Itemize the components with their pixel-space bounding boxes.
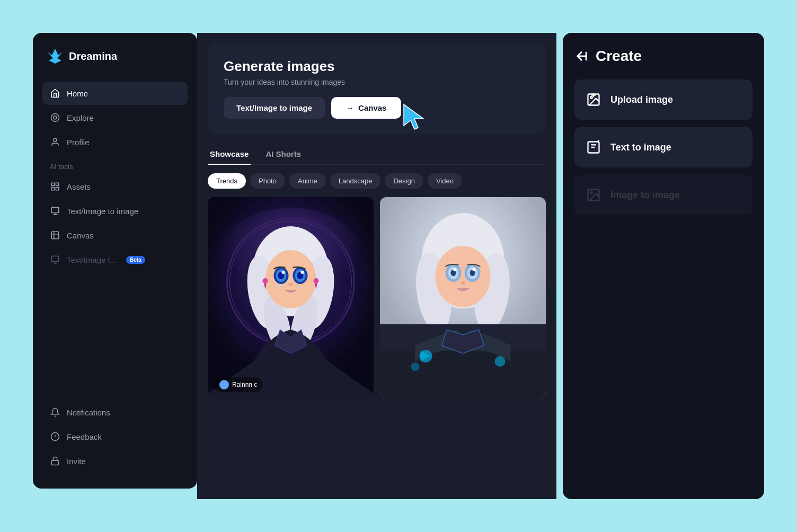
beta-badge: Beta xyxy=(126,256,145,264)
image-to-image-icon xyxy=(585,187,602,203)
sidebar-item-feedback-label: Feedback xyxy=(67,432,102,441)
image-grid: Rainnn c xyxy=(197,197,556,398)
notifications-icon xyxy=(50,407,60,418)
sidebar-item-canvas-label: Canvas xyxy=(67,231,94,240)
svg-point-43 xyxy=(278,285,281,288)
image-to-image-label: Image to image xyxy=(610,190,680,201)
svg-point-63 xyxy=(495,356,506,367)
svg-point-1 xyxy=(51,114,59,122)
ai-tools-label: AI tools xyxy=(42,155,188,175)
image-card-1[interactable]: Rainnn c xyxy=(208,197,374,398)
svg-point-2 xyxy=(54,116,57,119)
svg-point-31 xyxy=(265,250,316,308)
chip-photo[interactable]: Photo xyxy=(250,173,285,189)
sidebar-bottom: Notifications Feedback xyxy=(42,401,188,474)
svg-point-42 xyxy=(314,278,319,283)
svg-rect-4 xyxy=(51,183,54,185)
tab-ai-shorts[interactable]: AI Shorts xyxy=(263,144,303,165)
create-panel: Create Upload image xyxy=(563,33,764,499)
back-button[interactable] xyxy=(574,49,589,64)
svg-rect-11 xyxy=(51,232,59,239)
canvas-arrow-icon: → xyxy=(346,103,354,112)
image-to-image-option: Image to image xyxy=(574,175,752,215)
generate-title: Generate images xyxy=(224,58,530,75)
explore-icon xyxy=(50,112,60,123)
canvas-icon xyxy=(50,230,60,241)
svg-point-3 xyxy=(54,138,57,141)
image-card-2-inner xyxy=(380,197,546,398)
svg-point-58 xyxy=(461,281,465,285)
svg-point-67 xyxy=(590,96,592,99)
sidebar-item-text-image[interactable]: Text/Image to image xyxy=(42,199,188,223)
logo-icon xyxy=(47,48,64,65)
user-avatar-1 xyxy=(219,380,229,389)
sidebar-item-text-image-beta-label: Text/Image t... xyxy=(67,255,117,264)
app-name: Dreamina xyxy=(69,50,117,63)
filter-chips: Trends Photo Anime Landscape Design Vide… xyxy=(208,173,546,189)
upload-image-label: Upload image xyxy=(610,94,673,105)
sidebar-item-invite[interactable]: Invite xyxy=(42,449,188,473)
sidebar-item-explore-label: Explore xyxy=(67,113,94,122)
chip-video[interactable]: Video xyxy=(428,173,462,189)
upload-image-icon xyxy=(585,91,602,108)
sidebar-item-feedback[interactable]: Feedback xyxy=(42,425,188,448)
svg-point-39 xyxy=(301,271,304,274)
tab-showcase[interactable]: Showcase xyxy=(208,144,251,165)
user-tag-1: Rainnn c xyxy=(214,377,262,392)
tabs-area: Showcase AI Shorts Trends Photo Anime La… xyxy=(197,144,556,189)
svg-rect-20 xyxy=(51,460,59,465)
svg-point-49 xyxy=(436,246,491,307)
sidebar-item-notifications-label: Notifications xyxy=(67,408,110,417)
svg-point-73 xyxy=(590,192,592,194)
svg-marker-0 xyxy=(48,49,63,64)
generate-buttons: Text/Image to image → Canvas xyxy=(224,97,530,119)
text-image-beta-icon xyxy=(50,254,60,265)
sidebar-item-text-image-label: Text/Image to image xyxy=(67,207,138,216)
sidebar-item-text-image-beta[interactable]: Text/Image t... Beta xyxy=(42,248,188,271)
sidebar-item-notifications[interactable]: Notifications xyxy=(42,401,188,424)
svg-rect-7 xyxy=(51,188,54,190)
image-card-2[interactable] xyxy=(380,197,546,398)
sidebar-item-profile[interactable]: Profile xyxy=(42,130,188,154)
main-content: Generate images Turn your ideas into stu… xyxy=(197,33,556,499)
create-title: Create xyxy=(596,48,642,65)
logo-area: Dreamina xyxy=(42,48,188,65)
chip-trends[interactable]: Trends xyxy=(208,173,246,189)
sidebar-item-invite-label: Invite xyxy=(67,457,86,466)
svg-point-41 xyxy=(263,278,268,283)
sidebar-item-home-label: Home xyxy=(67,89,88,98)
sidebar-item-assets[interactable]: Assets xyxy=(42,175,188,198)
svg-rect-14 xyxy=(51,256,59,262)
tabs-row: Showcase AI Shorts xyxy=(208,144,546,165)
cursor-arrow xyxy=(401,102,433,134)
svg-point-56 xyxy=(454,268,457,271)
text-to-image-icon xyxy=(585,139,602,156)
generate-panel: Generate images Turn your ideas into stu… xyxy=(208,43,546,134)
sidebar-item-profile-label: Profile xyxy=(67,138,90,147)
text-image-button[interactable]: Text/Image to image xyxy=(224,97,325,119)
chip-design[interactable]: Design xyxy=(385,173,423,189)
text-image-icon xyxy=(50,206,60,216)
text-to-image-option[interactable]: Text to image xyxy=(574,127,752,167)
svg-point-57 xyxy=(473,268,476,271)
sidebar-item-explore[interactable]: Explore xyxy=(42,106,188,129)
upload-image-option[interactable]: Upload image xyxy=(574,79,752,120)
chip-landscape[interactable]: Landscape xyxy=(330,173,381,189)
svg-point-62 xyxy=(411,362,420,371)
chip-anime[interactable]: Anime xyxy=(289,173,326,189)
canvas-button[interactable]: → Canvas xyxy=(331,97,401,119)
svg-point-44 xyxy=(298,286,300,288)
svg-point-40 xyxy=(289,283,293,286)
canvas-button-label: Canvas xyxy=(358,103,386,112)
sidebar-item-home[interactable]: Home xyxy=(42,82,188,105)
image-card-1-inner: Rainnn c xyxy=(208,197,374,398)
svg-rect-5 xyxy=(56,183,59,185)
sidebar-item-canvas[interactable]: Canvas xyxy=(42,224,188,247)
svg-rect-8 xyxy=(51,207,59,213)
invite-icon xyxy=(50,456,60,466)
sidebar: Dreamina Home Explore xyxy=(33,33,197,489)
svg-marker-21 xyxy=(404,104,423,129)
user-name-1: Rainnn c xyxy=(232,381,257,388)
assets-icon xyxy=(50,181,60,192)
generate-subtitle: Turn your ideas into stunning images xyxy=(224,78,530,86)
